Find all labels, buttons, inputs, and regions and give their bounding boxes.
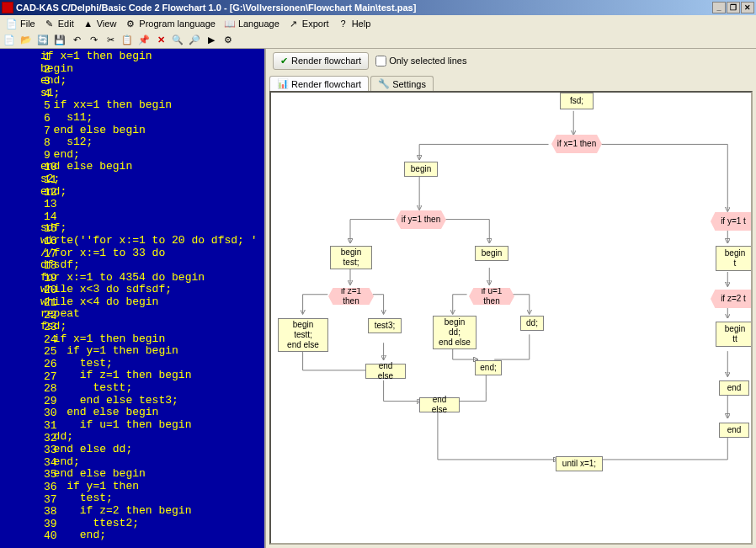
code-line[interactable]: if x=1 then begin	[40, 51, 264, 63]
menu-edit[interactable]: ✎Edit	[40, 16, 78, 31]
find-button[interactable]: 🔍	[170, 33, 185, 48]
menu-help[interactable]: ?Help	[333, 16, 375, 31]
code-line[interactable]: s11;	[40, 112, 264, 125]
lang-icon: 📖	[224, 18, 236, 29]
only-selected-label: Only selected lines	[389, 56, 466, 66]
code-line[interactable]: fsd;	[40, 321, 264, 333]
line-number: 27	[44, 370, 57, 383]
code-line[interactable]: end;	[40, 456, 264, 469]
redo-button[interactable]: ↷	[86, 33, 101, 48]
code-line[interactable]: end else begin	[40, 161, 264, 173]
code-line[interactable]	[40, 210, 264, 223]
delete-button[interactable]: ✕	[153, 33, 168, 48]
code-line[interactable]: if x=1 then begin	[40, 333, 264, 346]
open-button[interactable]: 📂	[19, 33, 34, 48]
flowchart-panel: ✔ Render flowchart Only selected lines 📊…	[264, 49, 756, 548]
line-number: 26	[44, 358, 57, 370]
minimize-button[interactable]: _	[712, 2, 726, 13]
code-line[interactable]: sdf;	[40, 222, 264, 235]
only-selected-checkbox[interactable]	[375, 56, 386, 67]
code-text: end else begin	[40, 125, 146, 137]
line-number: 4	[44, 88, 51, 100]
code-line[interactable]: test;	[40, 492, 264, 505]
code-line[interactable]: ttest2;	[40, 518, 264, 530]
help-icon: ?	[338, 18, 349, 29]
code-line[interactable]: if y=1 then	[40, 481, 264, 493]
code-line[interactable]: while x<3 do sdfsdf;	[40, 284, 264, 296]
tab-render-flowchart[interactable]: 📊Render flowchart	[269, 76, 369, 91]
code-line[interactable]: if u=1 then begin	[40, 419, 264, 432]
line-number: 35	[44, 468, 57, 481]
code-line[interactable]: end else begin	[40, 407, 264, 419]
menu-programlang[interactable]: ⚙Program language	[120, 16, 220, 31]
code-line[interactable]: if xx=1 then begin	[40, 99, 264, 112]
code-line[interactable]: s2;	[40, 173, 264, 186]
tab-settings[interactable]: 🔧Settings	[370, 76, 434, 91]
line-number: 19	[44, 272, 57, 285]
fc-ifz2: if z=2 t	[711, 290, 753, 308]
code-text: end else test3;	[40, 395, 178, 407]
code-line[interactable]: end;	[40, 75, 264, 88]
line-number: 24	[44, 333, 57, 346]
code-line[interactable]: end else dd;	[40, 444, 264, 456]
code-line[interactable]: for x:=1 to 4354 do begin	[40, 272, 264, 285]
close-button[interactable]: ✕	[741, 2, 754, 13]
flowchart-canvas[interactable]: fsd; if x=1 then begin if y=1 then begin…	[269, 91, 753, 545]
line-number: 36	[44, 481, 57, 493]
line-number: 13	[44, 198, 57, 210]
settings-button[interactable]: ⚙	[221, 33, 236, 48]
code-line[interactable]: end else begin	[40, 468, 264, 481]
code-line[interactable]: end;	[40, 149, 264, 162]
code-line[interactable]: test;	[40, 358, 264, 370]
menu-file[interactable]: 📄File	[2, 16, 40, 31]
new-button[interactable]: 📄	[2, 33, 17, 48]
reload-button[interactable]: 🔄	[35, 33, 51, 48]
line-number: 22	[44, 309, 57, 322]
line-number: 30	[44, 407, 57, 419]
flowchart-icon: 📊	[277, 78, 289, 89]
titlebar: CAD-KAS C/Delphi/Basic Code 2 Flowchart …	[0, 0, 756, 15]
code-text: if y=1 then begin	[40, 345, 178, 358]
line-number: 2	[44, 63, 51, 76]
code-editor[interactable]: 1if x=1 then begin2begin3end;4s1;5 if xx…	[0, 49, 264, 548]
line-number: 9	[44, 149, 51, 162]
code-line[interactable]: end else test3;	[40, 395, 264, 407]
code-line[interactable]: if z=1 then begin	[40, 370, 264, 382]
code-line[interactable]: if y=1 then begin	[40, 345, 264, 358]
line-number: 34	[44, 456, 57, 469]
code-line[interactable]: if z=2 then begin	[40, 505, 264, 518]
code-text: if u=1 then begin	[40, 419, 191, 432]
cut-button[interactable]: ✂	[103, 33, 118, 48]
line-number: 7	[44, 125, 51, 137]
paste-button[interactable]: 📌	[136, 33, 152, 48]
render-button[interactable]: ▶	[204, 33, 219, 48]
line-number: 32	[44, 432, 57, 444]
code-line[interactable]: end;	[40, 186, 264, 199]
menu-view[interactable]: ▲View	[78, 16, 121, 31]
code-line[interactable]: begin	[40, 63, 264, 76]
code-line[interactable]	[40, 198, 264, 210]
code-line[interactable]: testt;	[40, 382, 264, 395]
fc-until: until x=1;	[556, 456, 603, 471]
undo-button[interactable]: ↶	[69, 33, 84, 48]
line-number: 33	[44, 444, 57, 456]
code-line[interactable]: wirte(''for x:=1 to 20 do dfsd; '	[40, 235, 264, 247]
menu-language[interactable]: 📖Language	[220, 16, 284, 31]
code-line[interactable]: end;	[40, 529, 264, 542]
code-line[interactable]: dfsdf;	[40, 259, 264, 272]
code-line[interactable]: s1;	[40, 88, 264, 100]
menu-export[interactable]: ↗Export	[284, 16, 333, 31]
code-text: if x=1 then begin	[40, 51, 152, 63]
render-flowchart-button[interactable]: ✔ Render flowchart	[273, 52, 369, 70]
window-title: CAD-KAS C/Delphi/Basic Code 2 Flowchart …	[16, 3, 712, 13]
maximize-button[interactable]: ❐	[727, 2, 740, 13]
code-line[interactable]: end else begin	[40, 125, 264, 137]
save-button[interactable]: 💾	[52, 33, 67, 48]
code-line[interactable]: //for x:=1 to 33 do	[40, 247, 264, 260]
code-line[interactable]: s12;	[40, 136, 264, 149]
code-line[interactable]: while x<4 do begin	[40, 296, 264, 309]
code-line[interactable]: dd;	[40, 431, 264, 444]
findnext-button[interactable]: 🔎	[187, 33, 202, 48]
copy-button[interactable]: 📋	[120, 33, 135, 48]
code-line[interactable]: repeat	[40, 308, 264, 321]
